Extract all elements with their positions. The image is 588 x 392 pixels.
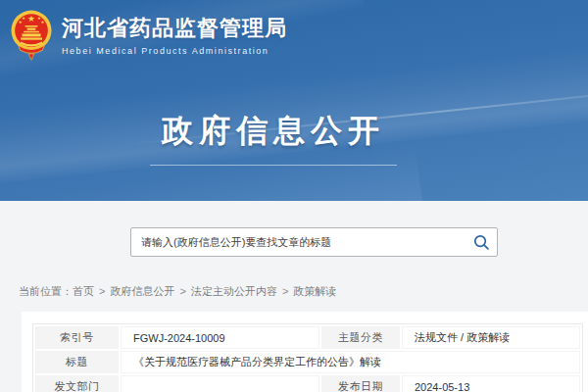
search-button[interactable] — [466, 228, 497, 256]
svg-text:★: ★ — [27, 14, 35, 24]
title-underline — [150, 165, 397, 166]
index-number-label: 索引号 — [35, 326, 119, 349]
document-info-table: 索引号 FGWJ-2024-10009 主题分类 法规文件 / 政策解读 标题 … — [32, 323, 583, 392]
breadcrumb-separator: > — [99, 285, 105, 297]
title-value: 《关于规范医疗器械产品分类界定工作的公告》解读 — [121, 351, 580, 373]
site-name-english: Hebei Medical Products Administration — [62, 46, 287, 56]
page-title: 政府信息公开 — [162, 110, 385, 153]
breadcrumb-item-gov-info[interactable]: 政府信息公开 — [110, 285, 174, 297]
breadcrumb-item-policy-interpretation[interactable]: 政策解读 — [293, 285, 336, 297]
index-number-value: FGWJ-2024-10009 — [121, 326, 319, 349]
breadcrumb-separator: > — [282, 285, 288, 297]
publish-date-value: 2024-05-13 — [402, 375, 580, 392]
table-row: 索引号 FGWJ-2024-10009 主题分类 法规文件 / 政策解读 — [35, 326, 580, 349]
national-emblem-icon: ★ ★ ★ ★ ★ — [10, 9, 53, 61]
breadcrumb-separator: > — [179, 285, 185, 297]
site-name-block: 河北省药品监督管理局 Hebei Medical Products Admini… — [62, 14, 287, 56]
title-label: 标题 — [35, 351, 119, 373]
document-info-card: 索引号 FGWJ-2024-10009 主题分类 法规文件 / 政策解读 标题 … — [22, 312, 588, 392]
svg-text:★: ★ — [19, 20, 23, 24]
breadcrumb-item-home[interactable]: 首页 — [73, 285, 94, 297]
site-name: 河北省药品监督管理局 — [62, 14, 287, 43]
table-row: 标题 《关于规范医疗器械产品分类界定工作的公告》解读 — [35, 351, 580, 373]
hero-banner: ★ ★ ★ ★ ★ 河北省药品监督管理局 Hebei Medical Produ… — [0, 0, 588, 201]
breadcrumb-prefix: 当前位置： — [19, 285, 73, 297]
page: ★ ★ ★ ★ ★ 河北省药品监督管理局 Hebei Medical Produ… — [0, 0, 588, 392]
breadcrumb: 当前位置：首页>政府信息公开>法定主动公开内容>政策解读 — [19, 284, 336, 299]
publish-date-label: 发布日期 — [321, 375, 400, 392]
search-box — [130, 227, 498, 257]
search-icon — [473, 234, 490, 251]
category-label: 主题分类 — [321, 326, 400, 349]
search-input[interactable] — [131, 228, 466, 256]
site-brand[interactable]: ★ ★ ★ ★ ★ 河北省药品监督管理局 Hebei Medical Produ… — [10, 9, 287, 61]
category-value: 法规文件 / 政策解读 — [402, 326, 580, 349]
department-value — [121, 375, 319, 392]
department-label: 发文部门 — [35, 375, 119, 392]
table-row: 发文部门 发布日期 2024-05-13 — [35, 375, 580, 392]
svg-text:★: ★ — [40, 20, 44, 24]
breadcrumb-item-disclosure-content[interactable]: 法定主动公开内容 — [191, 285, 277, 297]
hero-title-block: 政府信息公开 — [0, 110, 567, 166]
